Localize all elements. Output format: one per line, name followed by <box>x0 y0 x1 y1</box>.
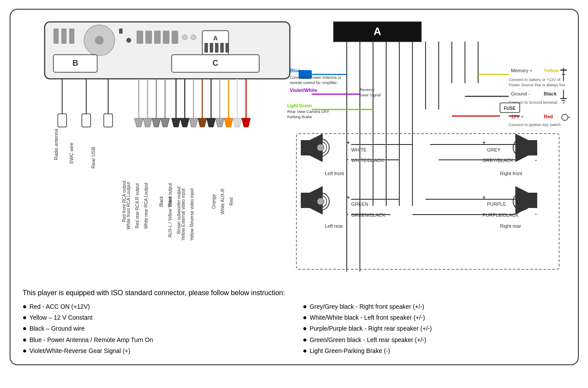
svg-text:Connect to ignition key switch: Connect to ignition key switch <box>509 123 561 127</box>
list-item: ● Purple/Purple black - Right rear speak… <box>303 323 566 334</box>
svg-text:Red: Red <box>229 198 234 205</box>
svg-text:12V +: 12V + <box>511 114 524 119</box>
svg-point-15 <box>182 35 187 40</box>
svg-rect-10 <box>137 31 143 44</box>
svg-text:PURPLE: PURPLE <box>487 201 506 207</box>
svg-rect-127 <box>301 140 310 155</box>
svg-rect-12 <box>154 31 161 44</box>
svg-rect-13 <box>163 31 169 44</box>
svg-text:Memory +: Memory + <box>511 68 532 73</box>
svg-text:Left rear: Left rear <box>325 223 343 229</box>
bullet-icon: ● <box>23 336 27 343</box>
svg-rect-14 <box>172 31 178 44</box>
bullet-icon: ● <box>23 347 27 354</box>
legend-right-col: ● Grey/Grey black - Right front speaker … <box>303 301 566 356</box>
svg-rect-6 <box>119 28 123 34</box>
svg-point-7 <box>127 38 131 42</box>
legend-columns: ● Red - ACC ON (+12V) ● Yellow – 12 V Co… <box>23 301 566 356</box>
svg-text:-: - <box>535 211 537 217</box>
svg-text:WHITE: WHITE <box>351 147 366 152</box>
legend-left-col: ● Red - ACC ON (+12V) ● Yellow – 12 V Co… <box>23 301 285 356</box>
svg-rect-33 <box>104 114 113 127</box>
svg-rect-19 <box>204 43 208 53</box>
svg-rect-22 <box>220 43 224 53</box>
svg-text:Violet/White: Violet/White <box>290 88 317 93</box>
list-item: ● Blue - Power Antenna / Remote Amp Turn… <box>23 335 285 346</box>
svg-text:Gear Signal: Gear Signal <box>360 93 381 97</box>
svg-rect-21 <box>215 43 218 53</box>
svg-text:Left front: Left front <box>325 171 344 176</box>
bullet-icon: ● <box>23 325 27 332</box>
svg-text:+: + <box>347 140 350 146</box>
wiring-diagram: B A C <box>18 18 570 285</box>
svg-text:Connect to Power Antenna or: Connect to Power Antenna or <box>290 75 342 80</box>
svg-text:-: - <box>347 156 349 162</box>
list-item: ● Grey/Grey black - Right front speaker … <box>303 301 566 312</box>
svg-point-5 <box>95 36 104 45</box>
svg-text:Parking Brake: Parking Brake <box>287 115 312 119</box>
svg-point-16 <box>191 35 196 40</box>
svg-rect-1 <box>53 28 59 44</box>
svg-text:White front RCA Loutput: White front RCA Loutput <box>126 182 131 229</box>
svg-marker-48 <box>172 118 180 127</box>
svg-text:AUX-L / Yellow Video output: AUX-L / Yellow Video output <box>168 183 173 238</box>
svg-text:-: - <box>535 157 537 163</box>
svg-point-161 <box>317 198 324 205</box>
svg-text:Red: Red <box>544 114 553 119</box>
svg-text:Black: Black <box>544 91 557 96</box>
svg-text:SWC wire: SWC wire <box>69 143 74 164</box>
svg-text:Rear View Camera OFF: Rear View Camera OFF <box>287 109 330 114</box>
svg-marker-51 <box>180 118 189 127</box>
svg-rect-3 <box>69 28 74 44</box>
legend-section: This player is equipped with ISO standar… <box>18 289 570 356</box>
svg-rect-11 <box>145 31 152 44</box>
svg-text:A: A <box>373 25 381 37</box>
svg-text:Right rear: Right rear <box>500 223 521 229</box>
list-item: ● Yellow – 12 V Constant <box>23 312 285 323</box>
bullet-icon: ● <box>303 303 307 310</box>
svg-marker-145 <box>515 134 528 162</box>
svg-marker-39 <box>143 118 152 127</box>
svg-rect-157 <box>301 193 310 208</box>
svg-text:Red rear RCA R output: Red rear RCA R output <box>135 183 140 228</box>
svg-text:GREEN: GREEN <box>351 201 368 207</box>
svg-text:Connect to battery or +12V of: Connect to battery or +12V of <box>509 78 560 82</box>
bullet-icon: ● <box>303 325 307 332</box>
bullet-icon: ● <box>23 303 27 310</box>
list-item: ● Light Green-Parking Brake (-) <box>303 346 566 356</box>
svg-marker-36 <box>134 118 143 127</box>
svg-marker-57 <box>198 118 207 127</box>
svg-text:Blue: Blue <box>290 68 300 73</box>
svg-marker-60 <box>207 118 215 127</box>
svg-rect-144 <box>528 140 537 155</box>
list-item: ● Green/Green black - Left rear speaker … <box>303 335 566 346</box>
svg-marker-66 <box>224 118 233 127</box>
list-item: ● Black – Ground wire <box>23 323 285 334</box>
svg-text:Black: Black <box>159 196 164 207</box>
svg-marker-173 <box>515 186 528 215</box>
svg-marker-42 <box>152 118 161 127</box>
svg-marker-69 <box>233 118 242 127</box>
svg-text:Ground -: Ground - <box>511 91 530 96</box>
svg-point-122 <box>562 114 568 120</box>
svg-rect-23 <box>225 43 229 53</box>
svg-text:Yellow: Yellow <box>544 68 559 73</box>
svg-rect-2 <box>61 28 67 44</box>
svg-text:Yellow Reverse video input: Yellow Reverse video input <box>190 188 194 241</box>
svg-text:Reverse: Reverse <box>360 88 375 92</box>
svg-text:GREY: GREY <box>487 147 501 152</box>
svg-point-131 <box>317 144 324 151</box>
list-item: ● Red - ACC ON (+12V) <box>23 301 285 312</box>
svg-text:White rear RCA Loutput: White rear RCA Loutput <box>144 183 148 229</box>
svg-marker-45 <box>161 118 169 127</box>
list-item: ● Violet/White-Reverse Gear Signal (+) <box>23 346 285 356</box>
svg-text:Orange: Orange <box>211 194 216 209</box>
list-item: ● White/White black - Left front speaker… <box>303 312 566 323</box>
svg-text:Yellow External video input: Yellow External video input <box>181 188 186 240</box>
svg-text:B: B <box>72 59 78 67</box>
svg-text:Rear USB: Rear USB <box>91 147 96 169</box>
svg-text:Light Green: Light Green <box>287 103 312 108</box>
bullet-icon: ● <box>303 347 307 354</box>
svg-rect-30 <box>82 114 91 127</box>
svg-rect-20 <box>210 43 213 53</box>
